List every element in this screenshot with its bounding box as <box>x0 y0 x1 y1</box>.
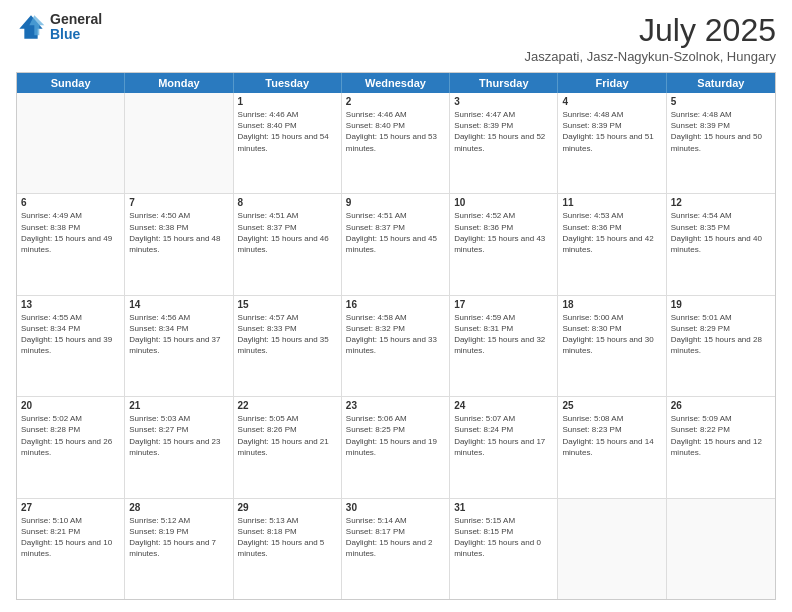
day-cell-2-3: 16 Sunrise: 4:58 AMSunset: 8:32 PMDaylig… <box>342 296 450 396</box>
day-cell-1-1: 7 Sunrise: 4:50 AMSunset: 8:38 PMDayligh… <box>125 194 233 294</box>
day-number: 29 <box>238 502 337 513</box>
day-number: 27 <box>21 502 120 513</box>
day-info: Sunrise: 5:05 AMSunset: 8:26 PMDaylight:… <box>238 413 337 458</box>
month-title: July 2025 <box>525 12 776 49</box>
day-info: Sunrise: 5:15 AMSunset: 8:15 PMDaylight:… <box>454 515 553 560</box>
header-tuesday: Tuesday <box>234 73 342 93</box>
day-info: Sunrise: 4:48 AMSunset: 8:39 PMDaylight:… <box>562 109 661 154</box>
week-row-4: 27 Sunrise: 5:10 AMSunset: 8:21 PMDaylig… <box>17 498 775 599</box>
day-cell-1-5: 11 Sunrise: 4:53 AMSunset: 8:36 PMDaylig… <box>558 194 666 294</box>
day-cell-4-2: 29 Sunrise: 5:13 AMSunset: 8:18 PMDaylig… <box>234 499 342 599</box>
day-cell-2-0: 13 Sunrise: 4:55 AMSunset: 8:34 PMDaylig… <box>17 296 125 396</box>
title-section: July 2025 Jaszapati, Jasz-Nagykun-Szolno… <box>525 12 776 64</box>
logo-text: General Blue <box>50 12 102 43</box>
day-cell-2-2: 15 Sunrise: 4:57 AMSunset: 8:33 PMDaylig… <box>234 296 342 396</box>
day-cell-0-3: 2 Sunrise: 4:46 AMSunset: 8:40 PMDayligh… <box>342 93 450 193</box>
day-cell-2-1: 14 Sunrise: 4:56 AMSunset: 8:34 PMDaylig… <box>125 296 233 396</box>
day-info: Sunrise: 4:51 AMSunset: 8:37 PMDaylight:… <box>346 210 445 255</box>
day-cell-4-1: 28 Sunrise: 5:12 AMSunset: 8:19 PMDaylig… <box>125 499 233 599</box>
day-cell-4-0: 27 Sunrise: 5:10 AMSunset: 8:21 PMDaylig… <box>17 499 125 599</box>
header-wednesday: Wednesday <box>342 73 450 93</box>
day-cell-3-5: 25 Sunrise: 5:08 AMSunset: 8:23 PMDaylig… <box>558 397 666 497</box>
day-info: Sunrise: 4:46 AMSunset: 8:40 PMDaylight:… <box>238 109 337 154</box>
day-info: Sunrise: 4:55 AMSunset: 8:34 PMDaylight:… <box>21 312 120 357</box>
day-info: Sunrise: 4:52 AMSunset: 8:36 PMDaylight:… <box>454 210 553 255</box>
day-info: Sunrise: 4:58 AMSunset: 8:32 PMDaylight:… <box>346 312 445 357</box>
day-number: 15 <box>238 299 337 310</box>
day-info: Sunrise: 5:07 AMSunset: 8:24 PMDaylight:… <box>454 413 553 458</box>
day-info: Sunrise: 4:51 AMSunset: 8:37 PMDaylight:… <box>238 210 337 255</box>
day-info: Sunrise: 5:12 AMSunset: 8:19 PMDaylight:… <box>129 515 228 560</box>
day-info: Sunrise: 5:10 AMSunset: 8:21 PMDaylight:… <box>21 515 120 560</box>
day-info: Sunrise: 5:09 AMSunset: 8:22 PMDaylight:… <box>671 413 771 458</box>
day-number: 10 <box>454 197 553 208</box>
day-info: Sunrise: 5:00 AMSunset: 8:30 PMDaylight:… <box>562 312 661 357</box>
day-number: 20 <box>21 400 120 411</box>
day-headers: Sunday Monday Tuesday Wednesday Thursday… <box>17 73 775 93</box>
day-number: 14 <box>129 299 228 310</box>
header-saturday: Saturday <box>667 73 775 93</box>
day-info: Sunrise: 5:02 AMSunset: 8:28 PMDaylight:… <box>21 413 120 458</box>
day-number: 12 <box>671 197 771 208</box>
week-row-3: 20 Sunrise: 5:02 AMSunset: 8:28 PMDaylig… <box>17 396 775 497</box>
day-info: Sunrise: 4:48 AMSunset: 8:39 PMDaylight:… <box>671 109 771 154</box>
day-number: 22 <box>238 400 337 411</box>
week-row-0: 1 Sunrise: 4:46 AMSunset: 8:40 PMDayligh… <box>17 93 775 193</box>
day-info: Sunrise: 4:50 AMSunset: 8:38 PMDaylight:… <box>129 210 228 255</box>
day-cell-4-3: 30 Sunrise: 5:14 AMSunset: 8:17 PMDaylig… <box>342 499 450 599</box>
day-info: Sunrise: 4:53 AMSunset: 8:36 PMDaylight:… <box>562 210 661 255</box>
day-number: 19 <box>671 299 771 310</box>
day-cell-3-3: 23 Sunrise: 5:06 AMSunset: 8:25 PMDaylig… <box>342 397 450 497</box>
day-cell-1-0: 6 Sunrise: 4:49 AMSunset: 8:38 PMDayligh… <box>17 194 125 294</box>
day-cell-0-0 <box>17 93 125 193</box>
week-row-2: 13 Sunrise: 4:55 AMSunset: 8:34 PMDaylig… <box>17 295 775 396</box>
day-number: 13 <box>21 299 120 310</box>
day-number: 3 <box>454 96 553 107</box>
day-info: Sunrise: 4:46 AMSunset: 8:40 PMDaylight:… <box>346 109 445 154</box>
day-cell-4-4: 31 Sunrise: 5:15 AMSunset: 8:15 PMDaylig… <box>450 499 558 599</box>
day-cell-2-5: 18 Sunrise: 5:00 AMSunset: 8:30 PMDaylig… <box>558 296 666 396</box>
day-number: 25 <box>562 400 661 411</box>
header: General Blue July 2025 Jaszapati, Jasz-N… <box>16 12 776 64</box>
day-number: 28 <box>129 502 228 513</box>
day-cell-0-4: 3 Sunrise: 4:47 AMSunset: 8:39 PMDayligh… <box>450 93 558 193</box>
day-info: Sunrise: 5:13 AMSunset: 8:18 PMDaylight:… <box>238 515 337 560</box>
day-number: 2 <box>346 96 445 107</box>
day-cell-3-0: 20 Sunrise: 5:02 AMSunset: 8:28 PMDaylig… <box>17 397 125 497</box>
header-friday: Friday <box>558 73 666 93</box>
day-cell-1-3: 9 Sunrise: 4:51 AMSunset: 8:37 PMDayligh… <box>342 194 450 294</box>
day-cell-3-6: 26 Sunrise: 5:09 AMSunset: 8:22 PMDaylig… <box>667 397 775 497</box>
header-sunday: Sunday <box>17 73 125 93</box>
day-number: 24 <box>454 400 553 411</box>
day-number: 9 <box>346 197 445 208</box>
day-cell-2-4: 17 Sunrise: 4:59 AMSunset: 8:31 PMDaylig… <box>450 296 558 396</box>
day-info: Sunrise: 4:57 AMSunset: 8:33 PMDaylight:… <box>238 312 337 357</box>
calendar-body: 1 Sunrise: 4:46 AMSunset: 8:40 PMDayligh… <box>17 93 775 599</box>
day-cell-0-6: 5 Sunrise: 4:48 AMSunset: 8:39 PMDayligh… <box>667 93 775 193</box>
day-number: 4 <box>562 96 661 107</box>
day-cell-3-1: 21 Sunrise: 5:03 AMSunset: 8:27 PMDaylig… <box>125 397 233 497</box>
day-number: 30 <box>346 502 445 513</box>
day-cell-0-1 <box>125 93 233 193</box>
day-cell-0-2: 1 Sunrise: 4:46 AMSunset: 8:40 PMDayligh… <box>234 93 342 193</box>
day-number: 6 <box>21 197 120 208</box>
header-thursday: Thursday <box>450 73 558 93</box>
day-info: Sunrise: 5:14 AMSunset: 8:17 PMDaylight:… <box>346 515 445 560</box>
day-cell-3-4: 24 Sunrise: 5:07 AMSunset: 8:24 PMDaylig… <box>450 397 558 497</box>
calendar: Sunday Monday Tuesday Wednesday Thursday… <box>16 72 776 600</box>
day-cell-1-2: 8 Sunrise: 4:51 AMSunset: 8:37 PMDayligh… <box>234 194 342 294</box>
day-cell-2-6: 19 Sunrise: 5:01 AMSunset: 8:29 PMDaylig… <box>667 296 775 396</box>
logo: General Blue <box>16 12 102 43</box>
day-number: 1 <box>238 96 337 107</box>
subtitle: Jaszapati, Jasz-Nagykun-Szolnok, Hungary <box>525 49 776 64</box>
day-number: 26 <box>671 400 771 411</box>
day-number: 5 <box>671 96 771 107</box>
logo-icon <box>16 12 46 42</box>
day-cell-1-6: 12 Sunrise: 4:54 AMSunset: 8:35 PMDaylig… <box>667 194 775 294</box>
day-number: 23 <box>346 400 445 411</box>
day-info: Sunrise: 4:54 AMSunset: 8:35 PMDaylight:… <box>671 210 771 255</box>
day-info: Sunrise: 4:59 AMSunset: 8:31 PMDaylight:… <box>454 312 553 357</box>
day-info: Sunrise: 4:56 AMSunset: 8:34 PMDaylight:… <box>129 312 228 357</box>
day-number: 31 <box>454 502 553 513</box>
day-info: Sunrise: 5:08 AMSunset: 8:23 PMDaylight:… <box>562 413 661 458</box>
